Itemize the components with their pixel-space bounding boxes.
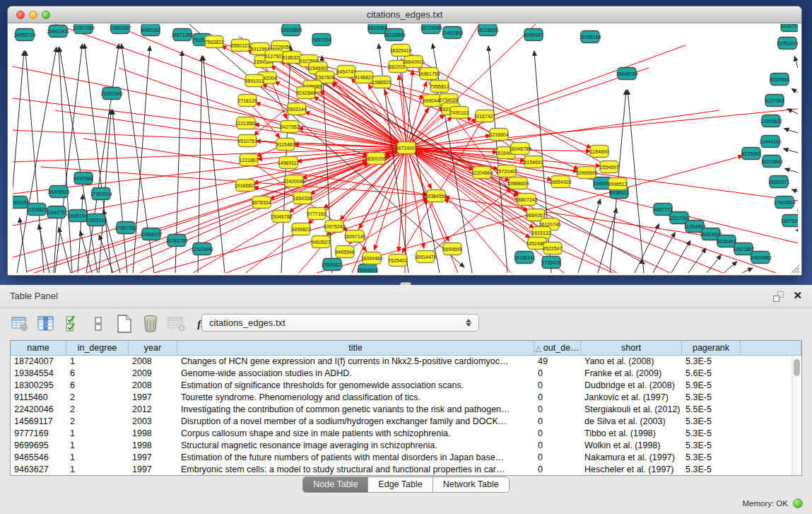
cell-short[interactable]: Franke et al. (2009) [581, 368, 682, 380]
cell-name[interactable]: 9115460 [11, 392, 66, 404]
graph-node[interactable]: 4522547 [543, 243, 562, 255]
cell-short[interactable]: Wolkin et al. (1998) [581, 440, 682, 452]
column-header-name[interactable]: name [11, 341, 66, 355]
table-selector-dropdown[interactable]: citations_edges.txt [201, 314, 479, 332]
cell-title[interactable]: Changes of HCN gene expression and I(f) … [177, 356, 534, 368]
cell-in_degree[interactable]: 2 [66, 392, 129, 404]
graph-node[interactable]: 16046788 [509, 143, 531, 155]
graph-node[interactable]: 6466162 [141, 24, 160, 36]
cell-year[interactable]: 2008 [129, 380, 177, 392]
cell-pagerank[interactable]: 5.3E-5 [682, 392, 741, 404]
graph-node[interactable]: 16671355 [171, 29, 193, 41]
cell-year[interactable]: 2012 [129, 404, 177, 416]
graph-node[interactable]: 16782759 [165, 235, 187, 247]
cell-title[interactable]: Corpus callosum shape and size in male p… [177, 428, 534, 440]
cell-short[interactable]: Nakamura et al. (1997) [581, 452, 682, 464]
float-panel-icon[interactable] [773, 291, 784, 302]
graph-node[interactable]: 12444190 [759, 136, 781, 148]
cell-title[interactable]: Structural magnetic resonance image aver… [177, 440, 534, 452]
cell-pagerank[interactable]: 5.6E-5 [682, 368, 741, 380]
graph-node[interactable]: 9510753 [237, 135, 257, 147]
cell-short[interactable]: Yano et al. (2008) [581, 356, 682, 368]
graph-node[interactable]: 8996512 [608, 178, 627, 190]
cell-title[interactable]: Investigating the contribution of common… [177, 404, 534, 416]
column-header-in_degree[interactable]: in_degree [66, 341, 129, 355]
graph-node[interactable]: 9115460 [276, 139, 295, 151]
graph-node[interactable]: 12942757 [45, 206, 67, 218]
network-view-canvas[interactable]: 2405572420691406120071891065328764661621… [13, 24, 798, 273]
graph-node[interactable]: 17353924 [90, 188, 112, 200]
cell-name[interactable]: 9463627 [11, 464, 66, 476]
graph-node[interactable]: 9154691 [524, 156, 543, 168]
cell-pagerank[interactable]: 5.3E-5 [682, 464, 741, 476]
cell-pagerank[interactable]: 5.3E-5 [682, 416, 741, 428]
graph-node[interactable]: 8427552 [280, 121, 299, 133]
graph-node[interactable]: 12204664 [471, 167, 493, 179]
cell-year[interactable]: 1998 [129, 440, 177, 452]
cell-pagerank[interactable]: 5.3E-5 [682, 452, 741, 464]
cell-in_degree[interactable]: 2 [66, 416, 129, 428]
graph-node[interactable]: 19218506 [383, 29, 405, 41]
graph-node[interactable]: 9227343 [765, 95, 784, 107]
cell-year[interactable]: 2008 [129, 356, 177, 368]
cell-in_degree[interactable]: 6 [66, 380, 129, 392]
cell-name[interactable]: 9699695 [11, 440, 66, 452]
graph-node[interactable]: 1154690 [590, 146, 609, 158]
cell-pagerank[interactable]: 5.5E-5 [682, 404, 741, 416]
close-panel-icon[interactable]: ✕ [793, 289, 802, 302]
cell-short[interactable]: de Silva et al. (2003) [581, 416, 682, 428]
cell-name[interactable]: 18300295 [11, 380, 66, 392]
graph-node[interactable]: 10975243 [323, 221, 345, 233]
graph-node[interactable]: 10958107 [140, 228, 162, 240]
graph-node[interactable]: 21053346 [100, 88, 122, 100]
graph-node[interactable]: 19166827 [234, 180, 256, 192]
graph-node[interactable]: 19156168 [579, 31, 601, 43]
cell-title[interactable]: Tourette syndrome. Phenomenology and cla… [177, 392, 534, 404]
graph-node[interactable]: 7955812 [430, 81, 449, 93]
graph-node[interactable]: 3216604 [489, 129, 508, 141]
graph-node[interactable]: 3499822 [291, 223, 310, 235]
graph-node[interactable]: 2718126 [237, 95, 257, 107]
cell-in_degree[interactable]: 1 [66, 440, 129, 452]
graph-node[interactable]: 19384554 [425, 190, 447, 202]
graph-node[interactable]: 10653287 [109, 24, 131, 34]
cell-name[interactable]: 19384554 [11, 368, 66, 380]
cell-year[interactable]: 1998 [129, 428, 177, 440]
cell-out_de[interactable]: 49 [534, 356, 581, 368]
graph-node[interactable]: 16116835 [477, 24, 499, 36]
graph-node[interactable]: 9699695 [442, 243, 461, 255]
table-row[interactable]: 1872400712008Changes of HCN gene express… [11, 356, 801, 368]
delete-column-icon[interactable] [141, 314, 160, 334]
graph-node[interactable]: 17957253 [114, 222, 136, 234]
graph-node[interactable]: 18724007 [395, 142, 417, 154]
graph-node[interactable]: 12213563 [235, 117, 257, 129]
graph-node[interactable]: 12007189 [72, 24, 94, 34]
tab-node-table[interactable]: Node Table [303, 477, 368, 492]
cell-in_degree[interactable]: 1 [66, 464, 129, 476]
graph-node[interactable]: 15720407 [495, 165, 517, 177]
column-header-short[interactable]: short [581, 341, 682, 355]
graph-node[interactable]: 10999695 [575, 167, 597, 179]
table-settings-icon[interactable] [10, 314, 30, 334]
cell-pagerank[interactable]: 5.3E-5 [682, 356, 741, 368]
table-row[interactable]: 977716911998Corpus callosum shape and si… [11, 428, 801, 440]
graph-node[interactable]: 2803144 [287, 103, 306, 115]
graph-node[interactable]: 8454749 [336, 66, 355, 78]
column-header-year[interactable]: year [129, 341, 177, 355]
cell-in_degree[interactable]: 1 [66, 356, 129, 368]
graph-node[interactable]: 8099187 [524, 29, 543, 41]
table-row[interactable]: 969969511998Structural magnetic resonanc… [11, 440, 801, 452]
tab-edge-table[interactable]: Edge Table [368, 477, 433, 492]
cell-title[interactable]: Genome-wide association studies in ADHD. [177, 368, 534, 380]
graph-node[interactable]: 9463627 [311, 236, 330, 248]
window-resize-grip[interactable] [790, 264, 800, 274]
cell-year[interactable]: 1997 [129, 452, 177, 464]
table-row[interactable]: 2242004622012Investigating the contribut… [11, 404, 801, 416]
graph-node[interactable]: 12505115 [86, 214, 107, 226]
graph-node[interactable]: 9127503 [264, 50, 283, 62]
cell-pagerank[interactable]: 5.3E-5 [682, 428, 741, 440]
cell-year[interactable]: 1997 [129, 392, 177, 404]
cell-short[interactable]: Dudbridge et al. (2008) [581, 380, 682, 392]
graph-node[interactable]: 15136141 [513, 252, 535, 264]
graph-node[interactable]: 7491102 [450, 107, 469, 119]
